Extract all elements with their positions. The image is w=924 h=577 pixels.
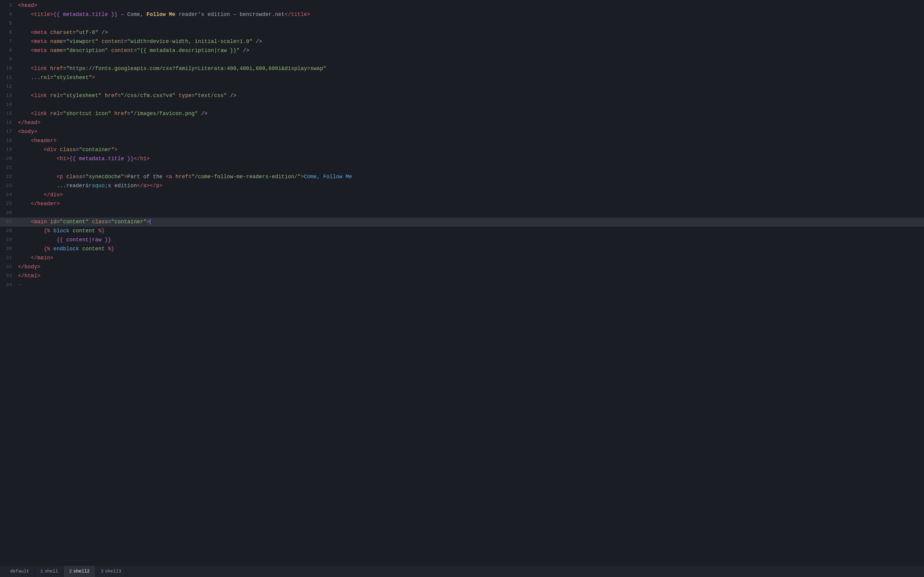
line-number: 21 xyxy=(2,163,18,172)
code-line: 21 xyxy=(0,163,924,172)
text-content-token: = xyxy=(63,47,66,53)
line-number: 31 xyxy=(2,254,18,262)
text-content-token: = xyxy=(73,29,76,35)
line-content: <h1>{{ metadata.title }}</h1> xyxy=(18,155,922,163)
line-content xyxy=(18,19,922,27)
line-number: 7 xyxy=(2,37,18,45)
tab-item-shell[interactable]: 1 shell xyxy=(35,566,64,577)
indent-token xyxy=(18,246,44,252)
text-content-token: reader's edition – bencrowder.net xyxy=(175,11,284,18)
text-content-token xyxy=(50,246,53,252)
code-line: 25 </header> xyxy=(0,200,924,209)
tag-token: </title> xyxy=(284,11,310,18)
code-line: 5 xyxy=(0,19,924,28)
text-content-token: /> xyxy=(240,47,249,53)
text-content-token: = xyxy=(60,111,63,117)
code-line: 26 xyxy=(0,209,924,218)
tab-label: shell2 xyxy=(73,568,90,575)
text-content-token: = xyxy=(50,74,53,81)
code-line: 30 {% endblock content %} xyxy=(0,245,924,254)
string-val-token: "width=device-width, initial-scale=1.0" xyxy=(127,39,252,45)
code-line: 22 <p class="synecdoche">Part of the <a … xyxy=(0,172,924,182)
tag-token: </p> xyxy=(150,183,163,189)
line-content: <meta charset="utf-8" /> xyxy=(18,28,922,37)
text-content-token: = xyxy=(124,39,127,45)
template-keyword-token: %} xyxy=(108,246,114,252)
line-content: </html> xyxy=(18,272,922,280)
attr-name-token: id xyxy=(50,219,57,225)
tag-token: <link xyxy=(31,66,47,71)
string-val-token: "description" xyxy=(66,47,108,53)
line-number: 20 xyxy=(2,155,18,163)
line-number: 8 xyxy=(2,46,18,55)
editor-area: 3<head>4 <title>{{ metadata.title }} – C… xyxy=(0,0,924,566)
line-number: 14 xyxy=(2,100,18,108)
line-content: ~ xyxy=(18,281,922,289)
indent-token xyxy=(18,237,57,243)
code-line: 7 <meta name="viewport" content="width=d… xyxy=(0,37,924,46)
attr-name-token: content xyxy=(102,39,124,45)
template-keyword-token: %} xyxy=(99,228,105,234)
template-keyword-token: {% xyxy=(44,246,50,252)
text-content-token: = xyxy=(82,174,86,180)
text-content-token xyxy=(111,111,115,117)
tag-token: > xyxy=(114,147,118,153)
text-content-token xyxy=(89,219,92,225)
attr-name-token: href xyxy=(50,66,63,71)
code-line: 13 <link rel="stylesheet" href="/css/cfm… xyxy=(0,91,924,100)
tab-item-shell3[interactable]: 3 shell3 xyxy=(95,566,127,577)
code-line: 9 xyxy=(0,55,924,64)
line-number: 24 xyxy=(2,190,18,199)
code-line: 11 ...rel="stylesheet"> xyxy=(0,73,924,82)
template-var-token: {{ metadata.title }} xyxy=(53,11,118,18)
bold-text-token: Follow Me xyxy=(147,11,175,18)
code-line: 27 <main id="content" class="container"> xyxy=(0,218,924,227)
string-val-token: "/images/favicon.png" xyxy=(131,111,198,117)
line-number: 13 xyxy=(2,91,18,100)
text-content-token: = xyxy=(108,219,111,225)
line-number: 4 xyxy=(2,10,18,18)
code-line: 28 {% block content %} xyxy=(0,227,924,235)
text-content-token: Part of the xyxy=(127,174,166,180)
string-val-token: "text/css" xyxy=(195,93,227,98)
line-number: 5 xyxy=(2,19,18,27)
indent-token xyxy=(18,11,31,18)
line-number: 26 xyxy=(2,209,18,217)
tag-token: <meta xyxy=(31,39,47,45)
code-line: 18 <header> xyxy=(0,137,924,145)
code-line: 19 <div class="container"> xyxy=(0,145,924,155)
line-content xyxy=(18,100,922,109)
indent-token xyxy=(18,174,57,180)
text-content-token: reader xyxy=(66,183,86,189)
string-val-token: "container" xyxy=(111,219,147,225)
link-text-token: Come, Follow Me xyxy=(304,174,352,180)
tab-item-shell2[interactable]: 2 shell2 xyxy=(64,566,95,577)
template-kw-blue-token: block xyxy=(53,228,69,234)
code-line: 23 ...reader&rsquo;s edition</a></p> xyxy=(0,182,924,190)
line-number: 17 xyxy=(2,127,18,135)
tab-item-default[interactable]: default xyxy=(5,566,35,577)
attr-name-token: rel xyxy=(40,74,50,81)
text-content-token xyxy=(102,93,105,98)
code-line: 12 xyxy=(0,82,924,91)
text-content-token: = xyxy=(76,147,79,153)
tag-token: <link xyxy=(31,93,47,98)
tag-token: </header> xyxy=(31,201,60,207)
string-val-token: "shortcut icon" xyxy=(63,111,111,117)
indent-token xyxy=(18,201,31,207)
line-content: <meta name="description" content="{{ met… xyxy=(18,46,922,55)
code-line: 34~ xyxy=(0,281,924,290)
string-val-token: "https://fonts.googleapis.com/css?family… xyxy=(66,66,326,71)
line-content: {% endblock content %} xyxy=(18,245,922,253)
line-number: 23 xyxy=(2,182,18,190)
attr-name-token: content xyxy=(111,47,134,53)
code-line: 16</head> xyxy=(0,118,924,127)
code-line: 15 <link rel="shortcut icon" href="/imag… xyxy=(0,110,924,118)
line-number: 28 xyxy=(2,227,18,235)
string-val-token: "{{ metadata.description|raw }}" xyxy=(137,47,240,53)
indent-token: ... xyxy=(18,74,40,81)
text-content-token xyxy=(47,29,50,35)
indent-token xyxy=(18,192,44,198)
line-number: 32 xyxy=(2,263,18,271)
tag-token: <header> xyxy=(31,138,57,143)
